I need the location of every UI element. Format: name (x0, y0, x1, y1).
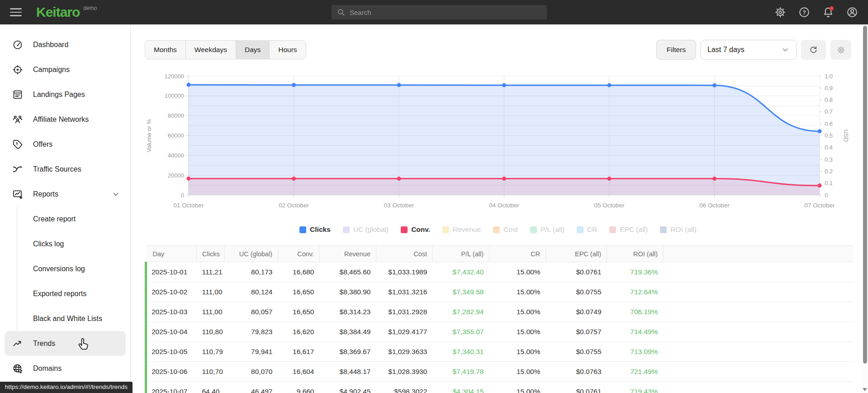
sidebar-item-traffic-sources[interactable]: Traffic Sources (0, 157, 130, 182)
sidebar-item-black-and-white-lists[interactable]: Black and White Lists (0, 306, 130, 331)
account-avatar-icon[interactable] (846, 6, 858, 18)
date-range-select[interactable]: Last 7 days (701, 40, 797, 60)
legend-item-cost[interactable]: Cost (493, 225, 518, 234)
svg-text:$: $ (16, 141, 18, 145)
svg-text:?: ? (802, 10, 806, 16)
sidebar-item-landings-pages[interactable]: Landings Pages (0, 82, 130, 107)
cell-roi-all: 719.43% (607, 382, 664, 393)
tab-days[interactable]: Days (236, 41, 270, 59)
filters-button[interactable]: Filters (656, 40, 696, 60)
cell-clicks: 110,70 (197, 362, 225, 382)
sidebar-item-label: Reports (33, 190, 58, 198)
sidebar-item-label: Exported reports (33, 290, 86, 298)
sidebar-item-create-report[interactable]: Create report (0, 206, 130, 231)
col-header-conv[interactable]: Conv. (278, 246, 320, 262)
domains-icon (12, 363, 23, 374)
col-header-filler (664, 246, 853, 262)
col-header-clicks[interactable]: Clicks (197, 246, 225, 262)
gear-icon (836, 45, 846, 55)
svg-text:0.9: 0.9 (825, 85, 833, 91)
settings-gear-icon[interactable] (774, 6, 786, 18)
keitaro-logo[interactable]: Keitaro (36, 5, 80, 19)
sidebar-item-exported-reports[interactable]: Exported reports (0, 281, 130, 306)
cell-cr: 15.00% (489, 342, 546, 362)
cell-roi-all: 713.09% (607, 342, 664, 362)
sidebar-item-domains[interactable]: Domains (0, 356, 130, 381)
cell-uc-global: 79,941 (225, 342, 278, 362)
table-header-row: DayClicksUC (global)Conv.RevenueCostP/L … (146, 246, 853, 262)
sidebar-item-conversions-log[interactable]: Conversions log (0, 256, 130, 281)
col-header-cost[interactable]: Cost (376, 246, 433, 262)
cell-cr: 15.00% (489, 302, 546, 322)
col-header-day[interactable]: Day (146, 246, 197, 262)
cell-conv: 16,650 (278, 302, 320, 322)
col-header-p-l-all[interactable]: P/L (all) (433, 246, 489, 262)
sidebar-item-reports[interactable]: Reports (0, 182, 130, 206)
legend-label: Conv. (411, 225, 430, 234)
cell-clicks: 111,00 (197, 282, 225, 302)
sidebar-item-offers[interactable]: $Offers (0, 132, 130, 157)
env-label: demo (83, 5, 97, 11)
col-header-revenue[interactable]: Revenue (320, 246, 376, 262)
sidebar-item-campaigns[interactable]: Campaigns (0, 57, 130, 82)
cell-roi-all: 706.19% (607, 302, 664, 322)
campaigns-icon (12, 64, 23, 75)
table-row: 2025-10-05110,7979,94116,617$8,369.67$1,… (146, 342, 853, 362)
svg-text:0: 0 (181, 192, 184, 199)
tab-months[interactable]: Months (145, 41, 186, 59)
scrollbar-arrow-down-icon[interactable] (863, 388, 867, 391)
col-header-roi-all[interactable]: ROI (all) (607, 246, 664, 262)
cell-cost: $1,029.3633 (376, 342, 433, 362)
chevron-down-icon (111, 190, 120, 199)
legend-label: ROI (all) (670, 225, 697, 234)
legend-item-clicks[interactable]: Clicks (299, 225, 331, 234)
svg-text:0.3: 0.3 (825, 156, 833, 163)
svg-text:0.5: 0.5 (825, 132, 833, 139)
cell-p-l-all: $7,355.07 (433, 322, 489, 342)
table-row: 2025-10-06110,7080,07016,604$8,448.17$1,… (146, 362, 853, 382)
legend-swatch (530, 226, 537, 233)
legend-item-revenue[interactable]: Revenue (442, 225, 481, 234)
global-search[interactable] (332, 5, 547, 19)
hamburger-menu-button[interactable] (10, 8, 22, 16)
svg-text:01 October: 01 October (174, 202, 204, 209)
legend-item-epc-all[interactable]: EPC (all) (609, 225, 648, 234)
col-header-uc-global[interactable]: UC (global) (225, 246, 278, 262)
cell-cr: 15.00% (489, 362, 546, 382)
topbar: Keitaro demo ? (0, 0, 868, 24)
col-header-epc-all[interactable]: EPC (all) (546, 246, 607, 262)
notifications-bell-icon[interactable] (822, 6, 834, 18)
svg-text:0: 0 (825, 192, 828, 199)
legend-label: Revenue (453, 225, 481, 234)
cell-clicks: 110,79 (197, 342, 225, 362)
help-icon[interactable]: ? (798, 6, 810, 18)
sidebar-item-affiliate-networks[interactable]: Affiliate Networks (0, 107, 130, 132)
cell-cost: $1,033.1989 (376, 262, 433, 282)
cell-day: 2025-10-03 (146, 302, 197, 322)
landing-pages-icon (12, 89, 23, 100)
toolbar-right: Filters Last 7 days (656, 40, 851, 60)
legend-item-conv[interactable]: Conv. (401, 225, 430, 234)
legend-item-p-l-all[interactable]: P/L (all) (530, 225, 564, 234)
chart-settings-button[interactable] (830, 40, 851, 60)
refresh-button[interactable] (801, 40, 826, 60)
cell-revenue: $8,384.49 (320, 322, 376, 342)
search-input[interactable] (350, 9, 541, 16)
cell-clicks: 111,21 (197, 262, 225, 282)
main-content: MonthsWeekdaysDaysHours Filters Last 7 d… (131, 24, 868, 393)
cell-uc-global: 80,124 (225, 282, 278, 302)
legend-item-cr[interactable]: CR (577, 225, 597, 234)
legend-item-roi-all[interactable]: ROI (all) (660, 225, 697, 234)
col-header-cr[interactable]: CR (489, 246, 546, 262)
sidebar-item-clicks-log[interactable]: Clicks log (0, 231, 130, 256)
cell-clicks: 111,00 (197, 302, 225, 322)
legend-item-uc-global[interactable]: UC (global) (343, 225, 389, 234)
tab-hours[interactable]: Hours (270, 41, 305, 59)
sidebar-item-dashboard[interactable]: Dashboard (0, 32, 130, 57)
cell-revenue: $8,314.23 (320, 302, 376, 322)
scrollbar-thumb[interactable] (863, 26, 867, 364)
trends-chart: 02000040000600008000010000012000000.10.2… (145, 70, 868, 222)
sidebar-item-trends[interactable]: Trends (5, 331, 126, 356)
tab-weekdays[interactable]: Weekdays (186, 41, 236, 59)
cell-day: 2025-10-06 (146, 362, 197, 382)
